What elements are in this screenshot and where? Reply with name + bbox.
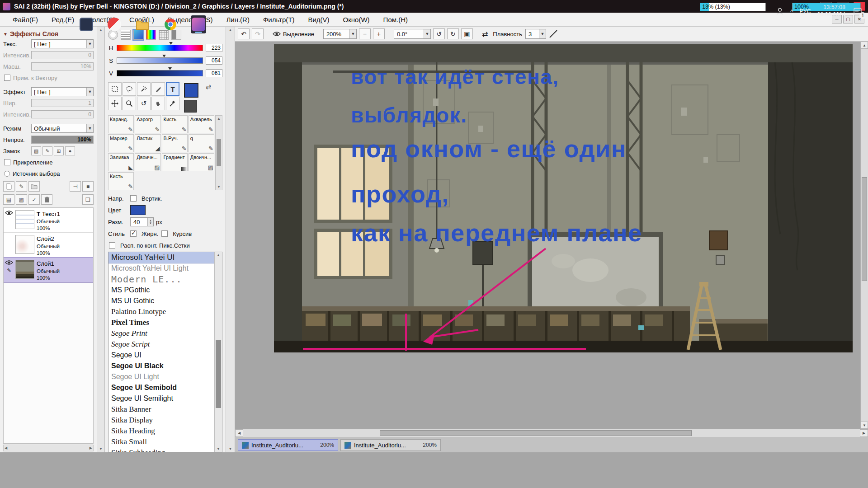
undo-button[interactable]: ↶ bbox=[238, 28, 250, 39]
lock-move-icon[interactable]: ⊞ bbox=[54, 146, 64, 155]
scroll-left-arrow[interactable]: ◀ bbox=[5, 446, 7, 450]
merge-layer-button[interactable]: ▨ bbox=[16, 194, 27, 205]
saturation-slider[interactable] bbox=[117, 57, 203, 64]
text-size-input[interactable]: 40 ▲▼ bbox=[130, 217, 154, 226]
font-item[interactable]: MS PGothic bbox=[108, 285, 214, 296]
effect-dropdown[interactable]: [ Нет ] ▼ bbox=[31, 87, 94, 96]
primary-color-swatch[interactable] bbox=[184, 83, 198, 98]
font-item[interactable]: Segoe Script bbox=[108, 339, 214, 350]
menu-view[interactable]: Вид(V) bbox=[302, 14, 335, 25]
font-item[interactable]: Segoe UI Black bbox=[108, 361, 214, 371]
bold-checkbox[interactable] bbox=[130, 230, 137, 237]
notification-center-icon[interactable]: 1 bbox=[852, 5, 863, 17]
texture-dropdown[interactable]: [ Нет ] ▼ bbox=[31, 39, 94, 48]
scrollbar-thumb[interactable] bbox=[380, 430, 692, 436]
menu-help[interactable]: Пом.(H) bbox=[378, 14, 413, 25]
rotate-view-tool[interactable]: ↺ bbox=[137, 97, 151, 110]
menu-ruler[interactable]: Лин.(R) bbox=[221, 14, 255, 25]
rotate-cw-button[interactable]: ↻ bbox=[447, 28, 459, 39]
scroll-up-arrow[interactable]: ▲ bbox=[99, 28, 103, 32]
brush-brush[interactable]: Кисть✎ bbox=[162, 115, 188, 133]
scroll-right-arrow[interactable]: ▶ bbox=[90, 446, 92, 450]
scroll-up-arrow[interactable]: ▲ bbox=[229, 28, 232, 32]
new-vector-layer-button[interactable]: ✎ bbox=[16, 181, 27, 192]
visibility-eye-icon[interactable] bbox=[5, 260, 13, 265]
font-item[interactable]: MS UI Gothic bbox=[108, 296, 214, 306]
menu-file[interactable]: Файл(F) bbox=[7, 14, 43, 25]
canvas-image[interactable]: вот так идёт стена, выблядок. под окном … bbox=[274, 44, 853, 352]
taskbar-app-messenger[interactable] bbox=[107, 15, 122, 33]
text-tool-selected[interactable]: T bbox=[166, 82, 179, 96]
selection-eye-icon[interactable] bbox=[273, 31, 281, 37]
pixel-grid-checkbox[interactable] bbox=[109, 242, 115, 249]
menu-edit[interactable]: Ред.(E) bbox=[46, 14, 80, 25]
zoom-tool[interactable] bbox=[123, 97, 136, 110]
reset-view-button[interactable]: ▣ bbox=[461, 28, 473, 39]
spinner-arrows-icon[interactable]: ▲▼ bbox=[147, 218, 153, 226]
apply-vector-checkbox[interactable] bbox=[4, 75, 10, 81]
brush-marker[interactable]: Маркер✎ bbox=[108, 134, 134, 152]
zoom-in-button[interactable]: + bbox=[373, 28, 385, 39]
canvas-workspace[interactable]: вот так идёт стена, выблядок. под окном … bbox=[235, 42, 868, 429]
menu-filter[interactable]: Фильтр(T) bbox=[258, 14, 300, 25]
scroll-down-arrow[interactable]: ▼ bbox=[229, 447, 232, 451]
brush-gradient[interactable]: Градиент bbox=[162, 153, 188, 171]
selection-source-radio[interactable] bbox=[4, 171, 10, 177]
font-item[interactable]: Segoe UI Light bbox=[108, 371, 214, 382]
lock-all-icon[interactable]: ● bbox=[65, 146, 75, 155]
brush-eraser[interactable]: Ластик◢ bbox=[135, 134, 160, 152]
taskbar-app-chrome[interactable] bbox=[163, 15, 178, 33]
italic-checkbox[interactable] bbox=[161, 230, 168, 237]
font-item[interactable]: Sitka Subheading bbox=[108, 447, 214, 452]
brush-watercolor[interactable]: Акварель✎ bbox=[189, 115, 214, 133]
rotate-ccw-button[interactable]: ↺ bbox=[433, 28, 445, 39]
document-tab[interactable]: Institute_Auditoriu... 200% bbox=[340, 439, 441, 451]
font-item[interactable]: Palatino Linotype bbox=[108, 306, 214, 317]
font-item[interactable]: Sitka Banner bbox=[108, 404, 214, 415]
scroll-up-arrow[interactable]: ▲ bbox=[215, 253, 222, 257]
text-color-swatch[interactable] bbox=[130, 205, 146, 215]
vertical-text-checkbox[interactable] bbox=[130, 195, 137, 202]
brush-grid-scrollbar[interactable]: ▲ ▼ bbox=[215, 115, 222, 190]
redo-button[interactable]: ↷ bbox=[252, 28, 264, 39]
layer-item-text1[interactable]: TТекст1 Обычный 100% bbox=[4, 208, 93, 233]
layer-thumbnail[interactable] bbox=[15, 235, 34, 254]
font-item[interactable]: Pixel Times bbox=[108, 317, 214, 328]
effect-width-slider[interactable]: 1 bbox=[31, 99, 94, 107]
swap-colors-icon[interactable]: ⇄ bbox=[206, 83, 211, 90]
eyedropper-tool[interactable] bbox=[166, 97, 179, 110]
magic-wand-tool[interactable] bbox=[137, 82, 151, 96]
workspace-horizontal-scrollbar[interactable]: ◀ ▶ bbox=[235, 429, 868, 437]
visibility-eye-icon[interactable] bbox=[5, 210, 13, 216]
font-item[interactable]: Segoe UI bbox=[108, 350, 214, 361]
scrollbar-thumb[interactable] bbox=[862, 177, 867, 281]
select-pen-tool[interactable] bbox=[151, 82, 165, 96]
zoom-dropdown[interactable]: 200% ▼ bbox=[323, 29, 357, 39]
font-item[interactable]: Segoe UI Semibold bbox=[108, 382, 214, 393]
font-item[interactable]: Sitka Display bbox=[108, 415, 214, 426]
color-sliders-icon[interactable] bbox=[121, 30, 131, 40]
taskbar-clock[interactable]: 13:57:08 26.06.2024 bbox=[817, 4, 845, 18]
document-tab-active[interactable]: Institute_Auditoriu... 200% bbox=[238, 439, 338, 451]
saturation-value[interactable]: 054 bbox=[206, 56, 222, 65]
zoom-out-button[interactable]: − bbox=[359, 28, 371, 39]
scroll-right-arrow[interactable]: ▶ bbox=[860, 429, 868, 437]
left-panel-scrollbar[interactable]: ▲ ▼ bbox=[97, 27, 105, 452]
font-item[interactable]: Sitka Heading bbox=[108, 426, 214, 436]
brush-pencil[interactable]: Каранд.✎ bbox=[108, 115, 134, 133]
font-item[interactable]: Segoe Print bbox=[108, 328, 214, 339]
brush-fill[interactable]: Заливка◣ bbox=[108, 153, 134, 171]
font-item[interactable]: Segoe UI Semilight bbox=[108, 393, 214, 404]
value-value[interactable]: 061 bbox=[206, 69, 222, 77]
hue-value[interactable]: 223 bbox=[206, 44, 222, 52]
secondary-color-swatch[interactable] bbox=[184, 100, 197, 113]
texture-scale-slider[interactable]: 10% bbox=[31, 62, 94, 70]
copy-layer-button[interactable]: ❏ bbox=[82, 194, 94, 205]
angle-dropdown[interactable]: 0.0° ▼ bbox=[394, 29, 431, 39]
font-item[interactable]: Microsoft YaHei UI Light bbox=[108, 263, 214, 274]
rect-select-tool[interactable] bbox=[108, 82, 122, 96]
layer-thumbnail[interactable] bbox=[15, 210, 34, 229]
scroll-left-arrow[interactable]: ◀ bbox=[235, 429, 243, 437]
tools-panel-scrollbar[interactable]: ▲ ▼ bbox=[226, 27, 235, 452]
font-item[interactable]: Modern LE... bbox=[108, 274, 214, 285]
